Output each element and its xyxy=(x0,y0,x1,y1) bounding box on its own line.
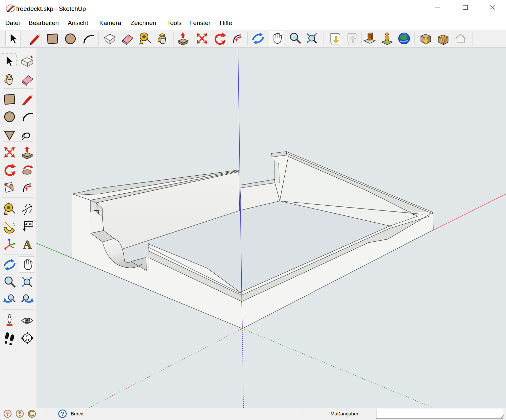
svg-text:?: ? xyxy=(61,411,64,417)
